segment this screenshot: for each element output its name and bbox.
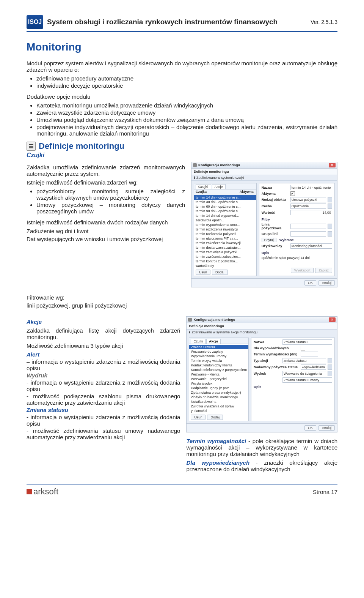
delete-button[interactable]: Usuń	[196, 270, 210, 275]
list-row[interactable]: wartość raty	[194, 263, 256, 268]
list-row[interactable]: termin kontroli z pożyczko...	[194, 259, 256, 263]
checkbox-aktywna[interactable]: ✔	[290, 191, 295, 196]
intro-list: zdefiniowane procedury automatyczne indy…	[27, 75, 337, 89]
field-uzytkownicy[interactable]: Monitoring płatności	[290, 243, 332, 249]
tab-czujki[interactable]: Czujki	[196, 184, 211, 189]
tab-akcje[interactable]: Akcje	[212, 184, 226, 189]
field-opis[interactable]	[254, 390, 332, 403]
tab-akcje[interactable]: Akcje	[206, 339, 221, 344]
field-wydruk-2[interactable]: Zmiana Statusu umowy	[282, 377, 332, 383]
version-label: Ver. 2.5.1.3	[311, 19, 337, 25]
label-cecha: Cecha	[262, 204, 289, 208]
ok-button[interactable]: OK	[304, 425, 316, 431]
label-termin: Termin wymagalności (dni)	[254, 352, 299, 356]
list-row[interactable]: Podpisanie ugody (2 potr...	[189, 386, 248, 390]
intro-paragraph: Moduł poprzez system alertów i sygnaliza…	[27, 60, 337, 73]
field-termin[interactable]	[301, 352, 318, 357]
wydruk-l2: - możliwość podłączenia szablonu pisma d…	[27, 393, 180, 406]
dropdown-icon[interactable]	[328, 204, 332, 209]
add-button[interactable]: Dodaj	[212, 270, 228, 275]
field-wydruk[interactable]: Wezwanie do ściągnienia wkładu (Pożyczko…	[282, 371, 326, 376]
add-button[interactable]: Dodaj	[207, 415, 223, 420]
dialog-substrip: ℹZdefiniowane w systemie czujki	[191, 175, 337, 181]
list-row[interactable]: Wypowiedzenie umowy	[189, 354, 248, 358]
list-row[interactable]: Wezwanie - poręczyciel	[189, 377, 248, 381]
app-icon	[193, 163, 197, 167]
col-header-czujka: Czujka	[194, 189, 238, 194]
list-row[interactable]: Zwrotka wyrażenia od spraw	[189, 404, 248, 409]
field-linia[interactable]	[290, 224, 326, 229]
close-icon[interactable]: ✕	[329, 317, 336, 322]
list-row[interactable]: Termin wizyty wstała	[189, 358, 248, 363]
filter-heading: Filtrowanie wg:	[27, 294, 337, 301]
czujki-list-pane[interactable]: termin 14 dni - opóźnienie s... termin 3…	[194, 194, 256, 269]
list-row[interactable]: termin 30 dni - opóźnienie s...	[194, 200, 256, 204]
page-number: Strona 17	[313, 489, 337, 495]
akcje-list-pane[interactable]: Zmiana Statusu Wezwanie do zapłaty Wypow…	[189, 344, 248, 414]
cancel-button[interactable]: Anuluj	[318, 280, 335, 286]
list-item: Umowy pożyczkowej – monitoring dotyczy d…	[36, 202, 185, 215]
list-row[interactable]: Wizyta środek	[189, 381, 248, 386]
list-item: pożyczkobiorcy – monitoring sumuje zaleg…	[36, 188, 185, 201]
field-grupa[interactable]	[290, 231, 326, 237]
list-row[interactable]: termin 60 dni - opóźnienie s...	[194, 204, 256, 209]
list-row[interactable]: termin wypowiedzenia umo...	[194, 222, 256, 227]
list-row[interactable]: termin 14 dni od wypowied...	[194, 213, 256, 218]
list-row[interactable]: Notatka dowolna	[189, 399, 248, 404]
dropdown-icon[interactable]	[328, 224, 332, 229]
label-linia: Linia pożyczkowa	[262, 222, 289, 230]
dropdown-icon[interactable]	[328, 197, 332, 202]
akcje-dialog: Konfiguracja monitoringu ✕ Definicje mon…	[186, 316, 337, 432]
group-opis: Opis	[254, 385, 332, 389]
list-row[interactable]: Złożyło do bardziej monitoringu	[189, 395, 248, 399]
list-row[interactable]: termin zakończenia inwestycji	[194, 241, 256, 245]
system-title: System obsługi i rozliczania rynkowych i…	[47, 18, 278, 26]
dropdown-icon[interactable]	[328, 231, 332, 237]
list-row[interactable]: Wezwanie do zapłaty	[189, 349, 248, 354]
dialog-section-strip: Definicje monitoringu	[187, 323, 337, 330]
list-row[interactable]: termin rozliczania pożyczki	[194, 232, 256, 236]
list-row[interactable]: Wezwanie - klienta	[189, 372, 248, 377]
edit-button[interactable]: Edytuj	[262, 238, 276, 242]
czujki-p1: Zakładka umożliwia zdefiniowanie zdarzeń…	[27, 164, 185, 177]
dropdown-icon[interactable]	[328, 364, 332, 370]
list-row[interactable]: termin rozliczenia inwestycji	[194, 227, 256, 232]
list-row[interactable]: termin 14 dni - opóźnienie s...	[194, 195, 256, 200]
delete-button[interactable]: Usuń	[191, 415, 206, 420]
label-nadawany: Nadawany pożyczce status	[254, 365, 299, 369]
alert-body: – informacja o wystąpieniu zdarzenia z m…	[27, 358, 180, 371]
list-row[interactable]: zerokwota opóźn...	[194, 218, 256, 222]
tab-czujki[interactable]: Czujki	[191, 339, 206, 344]
ok-button[interactable]: OK	[304, 280, 316, 286]
term-wymagalnosci: Termin wymagalności	[186, 438, 246, 444]
list-row[interactable]: Kontakt telefoniczny z poręczycielem	[189, 368, 248, 372]
zmiana-l1: - informacja o wystąpieniu zdarzenia z m…	[27, 414, 180, 427]
footer-logo: arksoft	[27, 487, 58, 497]
field-cecha[interactable]: Opóźnienie	[290, 204, 326, 209]
list-row[interactable]: Kontakt telefoniczny klienta	[189, 363, 248, 368]
checkbox-dla[interactable]	[301, 346, 305, 350]
list-row[interactable]: termin dostarczenia zaświer...	[194, 245, 256, 250]
field-typ[interactable]: zmiana statusu	[282, 358, 326, 363]
field-wartosc[interactable]: 14,00	[290, 210, 332, 215]
field-rodzaj[interactable]: Umowa pożyczki	[290, 197, 326, 202]
list-row[interactable]: Zjeta notatna przez windykację:-)	[189, 390, 248, 395]
czujki-p3c: Dat występujących we wniosku i umowie po…	[27, 236, 185, 242]
list-row[interactable]: termin zamknięcia pożyczki	[194, 250, 256, 254]
field-nazwa[interactable]: Zmiana Statusu	[282, 339, 332, 345]
field-opis[interactable]: opóźnienie spłat powyżej 14 dni	[262, 256, 332, 265]
list-row[interactable]: y płatności	[189, 409, 248, 413]
dropdown-icon[interactable]	[328, 358, 332, 363]
list-row[interactable]: Zmiana Statusu	[189, 345, 248, 349]
cancel-button[interactable]: Anuluj	[318, 425, 335, 431]
dropdown-icon[interactable]	[328, 371, 332, 376]
wydruk-l1: - informacja o wystąpieniu zdarzenia z m…	[27, 379, 180, 392]
list-row[interactable]: termin 90 dni - opóźnienie s...	[194, 209, 256, 213]
field-nadawany[interactable]: wypowiedziana	[301, 364, 326, 370]
close-icon[interactable]: ✕	[329, 163, 336, 167]
list-row[interactable]: termin zwrócenia zabezpiec...	[194, 254, 256, 259]
zmiana-title: Zmiana statusu	[27, 407, 180, 413]
list-row[interactable]: termin utworzenia PIT za r...	[194, 236, 256, 241]
label-aktywna: Aktywna	[262, 192, 289, 196]
field-nazwa[interactable]: termin 14 dni - opóźnienie spłaty	[290, 185, 332, 190]
